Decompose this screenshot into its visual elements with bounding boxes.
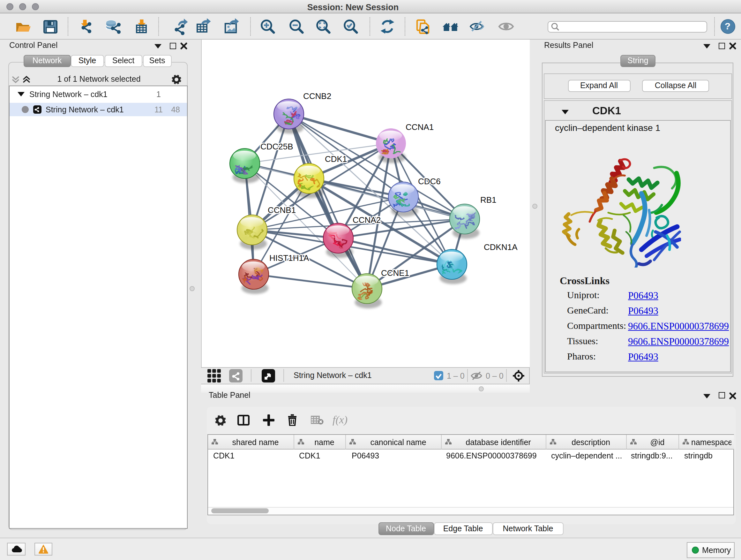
svg-text:CDK1: CDK1: [325, 154, 347, 164]
svg-text:CCNA2: CCNA2: [352, 215, 381, 225]
svg-text:CCNB2: CCNB2: [303, 91, 331, 101]
svg-text:RB1: RB1: [480, 195, 496, 205]
svg-text:CCNB1: CCNB1: [267, 205, 295, 215]
svg-text:HIST1H1A: HIST1H1A: [269, 253, 309, 263]
svg-text:CCNA1: CCNA1: [405, 122, 433, 132]
svg-text:CDC6: CDC6: [418, 177, 441, 186]
svg-text:CDKN1A: CDKN1A: [483, 242, 517, 252]
svg-text:CCNE1: CCNE1: [381, 268, 409, 278]
svg-text:CDC25B: CDC25B: [260, 142, 293, 151]
